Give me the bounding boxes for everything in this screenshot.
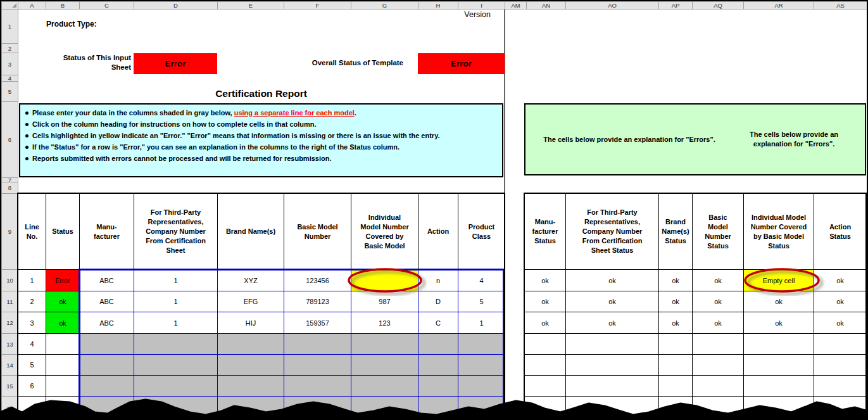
status-detail-cell[interactable]: [692, 333, 744, 355]
data-cell[interactable]: 789123: [284, 291, 351, 312]
data-cell[interactable]: 5: [458, 291, 505, 312]
data-cell[interactable]: 1: [134, 312, 218, 334]
left-table-header-4[interactable]: Brand Name(s): [217, 193, 284, 270]
left-table-header-1[interactable]: Status: [46, 193, 80, 270]
data-cell[interactable]: [351, 333, 418, 355]
left-table-header-3[interactable]: For Third-Party Representatives, Company…: [134, 193, 218, 270]
status-detail-cell[interactable]: ok: [658, 312, 693, 334]
column-header-AM[interactable]: AM: [505, 1, 527, 10]
status-cell[interactable]: [46, 333, 80, 355]
line-no-cell[interactable]: 4: [18, 333, 46, 355]
column-header-AQ[interactable]: AQ: [692, 1, 744, 10]
data-cell[interactable]: [217, 354, 284, 376]
row-header-14[interactable]: 14: [1, 354, 18, 376]
data-cell[interactable]: 1: [134, 269, 218, 291]
line-no-cell[interactable]: 5: [18, 354, 46, 376]
status-detail-cell[interactable]: ok: [524, 312, 566, 334]
data-cell[interactable]: [458, 333, 505, 355]
column-header-C[interactable]: C: [79, 1, 134, 10]
status-detail-cell[interactable]: ok: [692, 291, 744, 312]
data-cell[interactable]: [284, 354, 351, 376]
row-header-2[interactable]: 2: [1, 43, 18, 53]
left-table-header-7[interactable]: Action: [418, 193, 458, 270]
status-detail-cell[interactable]: [692, 354, 744, 376]
column-header-E[interactable]: E: [217, 1, 284, 10]
status-detail-cell[interactable]: ok: [565, 312, 659, 334]
status-detail-cell[interactable]: ok: [743, 312, 814, 334]
data-cell[interactable]: 123: [351, 312, 418, 334]
status-detail-cell[interactable]: ok: [565, 269, 659, 291]
left-table-header-5[interactable]: Basic Model Number: [284, 193, 351, 270]
status-detail-cell[interactable]: [524, 333, 566, 355]
status-detail-cell[interactable]: [658, 354, 693, 376]
data-cell[interactable]: [351, 354, 418, 376]
data-cell[interactable]: ABC: [79, 269, 134, 291]
status-detail-cell[interactable]: ok: [658, 269, 693, 291]
column-header-AS[interactable]: AS: [814, 1, 867, 10]
status-detail-cell[interactable]: ok: [565, 291, 659, 312]
row-header-8[interactable]: 8: [1, 182, 18, 194]
status-cell[interactable]: ok: [46, 291, 80, 312]
right-table-header-0[interactable]: Manu- facturer Status: [524, 193, 566, 270]
data-cell[interactable]: [217, 333, 284, 355]
row-header-9[interactable]: 9: [1, 193, 18, 270]
data-cell[interactable]: [134, 333, 218, 355]
row-header-3[interactable]: 3: [1, 53, 18, 75]
right-table-header-3[interactable]: Basic Model Number Status: [692, 193, 744, 270]
column-header-AN[interactable]: AN: [526, 1, 566, 10]
status-detail-cell[interactable]: ok: [524, 291, 566, 312]
data-cell[interactable]: EFG: [217, 291, 284, 312]
data-cell[interactable]: [284, 333, 351, 355]
data-cell[interactable]: [418, 354, 458, 376]
column-header-AO[interactable]: AO: [565, 1, 659, 10]
left-table-header-6[interactable]: Individual Model Number Covered by Basic…: [351, 193, 418, 270]
left-table-header-8[interactable]: Product Class: [458, 193, 505, 270]
status-detail-cell[interactable]: ok: [524, 269, 566, 291]
column-header-G[interactable]: G: [351, 1, 418, 10]
right-table-header-1[interactable]: For Third-Party Representatives, Company…: [565, 193, 659, 270]
data-cell[interactable]: 4: [458, 269, 505, 291]
row-header-10[interactable]: 10: [1, 269, 18, 291]
status-detail-cell[interactable]: ok: [692, 269, 744, 291]
data-cell[interactable]: 1: [134, 291, 218, 312]
column-header-I[interactable]: I: [458, 1, 505, 10]
row-header-6[interactable]: 6: [1, 101, 18, 178]
data-cell[interactable]: [418, 333, 458, 355]
instruction-link[interactable]: using a separate line for each model: [234, 109, 355, 117]
data-cell[interactable]: 1: [458, 312, 505, 334]
row-header-12[interactable]: 12: [1, 312, 18, 334]
data-cell[interactable]: C: [418, 312, 458, 334]
status-detail-cell[interactable]: [524, 354, 566, 376]
right-table-header-2[interactable]: Brand Name(s) Status: [658, 193, 693, 270]
status-cell[interactable]: Error: [46, 269, 80, 291]
data-cell[interactable]: [79, 333, 134, 355]
column-header-AP[interactable]: AP: [658, 1, 693, 10]
column-header-AR[interactable]: AR: [743, 1, 814, 10]
status-detail-cell[interactable]: [814, 354, 867, 376]
select-all-corner[interactable]: [1, 1, 18, 10]
status-detail-cell[interactable]: [565, 333, 659, 355]
left-table-header-2[interactable]: Manu- facturer: [79, 193, 134, 270]
right-table-header-5[interactable]: Action Status: [814, 193, 867, 270]
status-detail-cell[interactable]: ok: [814, 312, 867, 334]
data-cell[interactable]: ABC: [79, 291, 134, 312]
row-header-5[interactable]: 5: [1, 81, 18, 102]
column-header-D[interactable]: D: [134, 1, 218, 10]
data-cell[interactable]: 159357: [284, 312, 351, 334]
data-cell[interactable]: [79, 354, 134, 376]
status-detail-cell[interactable]: [565, 354, 659, 376]
status-detail-cell[interactable]: [743, 333, 814, 355]
left-table-header-0[interactable]: Line No.: [18, 193, 46, 270]
line-no-cell[interactable]: 2: [18, 291, 46, 312]
status-detail-cell[interactable]: [658, 333, 693, 355]
row-header-11[interactable]: 11: [1, 291, 18, 312]
row-header-1[interactable]: 1: [1, 9, 18, 44]
status-detail-cell[interactable]: ok: [692, 312, 744, 334]
column-header-A[interactable]: A: [18, 1, 46, 10]
data-cell[interactable]: [134, 354, 218, 376]
data-cell[interactable]: ABC: [79, 312, 134, 334]
row-header-13[interactable]: 13: [1, 333, 18, 355]
data-cell[interactable]: XYZ: [217, 269, 284, 291]
line-no-cell[interactable]: 3: [18, 312, 46, 334]
column-header-H[interactable]: H: [418, 1, 458, 10]
